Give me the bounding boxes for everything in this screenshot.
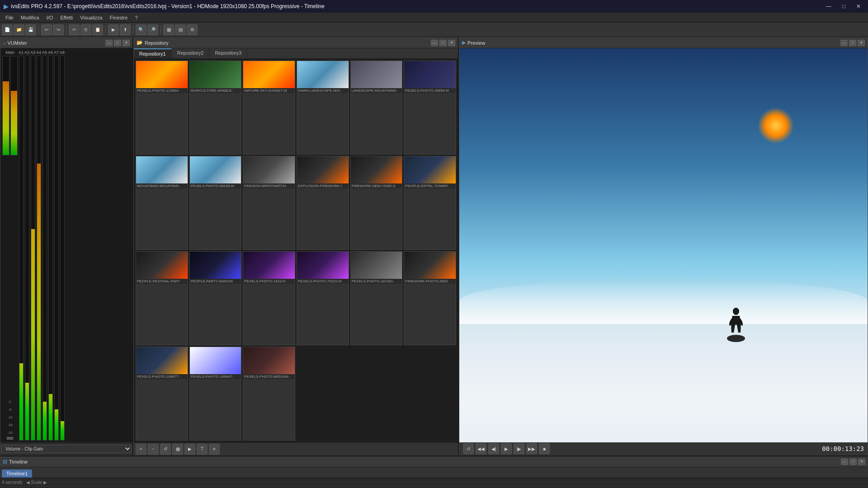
- preview-stop-button[interactable]: ■: [539, 443, 550, 454]
- repo-item[interactable]: PEXELS-PHOTO-154147-: [243, 251, 295, 345]
- preview-close[interactable]: ✕: [858, 40, 865, 46]
- repo-item[interactable]: PEXELS-PHOTO-29859-M: [404, 61, 456, 155]
- zoom-in-button[interactable]: 🔍: [136, 24, 146, 35]
- preview-prev-frame-button[interactable]: ◀|: [488, 443, 499, 454]
- vu-ch-a1: A1: [19, 50, 24, 441]
- repo-item[interactable]: PEXELS-PHOTO-119564-: [136, 61, 188, 155]
- export-button[interactable]: ⬆: [120, 24, 131, 35]
- titlebar-controls: — □ ✕: [822, 2, 864, 10]
- vu-ch-a5: A5: [42, 50, 47, 441]
- preview-back-button[interactable]: ◀◀: [476, 443, 486, 454]
- menu-effetti[interactable]: Effetti: [57, 14, 76, 21]
- close-button[interactable]: ✕: [853, 2, 864, 10]
- undo-button[interactable]: ↩: [41, 24, 52, 35]
- vu-content: Main 0-6-12 -18-24 000: [0, 48, 132, 442]
- timeline-tab-1[interactable]: Timeline1: [2, 469, 32, 478]
- repo-item[interactable]: PEXELS-PHOTO-70222-M: [297, 251, 349, 345]
- maximize-button[interactable]: □: [839, 2, 849, 10]
- new-button[interactable]: 📄: [2, 24, 13, 35]
- timeline-maximize[interactable]: □: [849, 459, 857, 465]
- grid2-button[interactable]: ▤: [175, 24, 186, 35]
- paste-button[interactable]: 📋: [92, 24, 103, 35]
- vumeter-panel-controls: — □ ✕: [105, 40, 130, 46]
- vumeter-icon: ♪: [3, 40, 6, 46]
- timeline-scale-row: 4 seconds ◀ Scale ▶: [0, 478, 868, 487]
- titlebar-title: ivsEdits PRO 4.2.597 - E:\progetti\ivsEd…: [11, 3, 325, 9]
- repo-tab-3[interactable]: Repository3: [209, 48, 247, 58]
- timeline-close[interactable]: ✕: [858, 459, 865, 465]
- vumeter-title-text: VUMeter: [8, 40, 27, 46]
- timeline-title: ▤ Timeline: [3, 459, 28, 465]
- menu-finestre[interactable]: Finestre: [106, 14, 132, 21]
- repo-item[interactable]: NATURE-SKY-SUNSET-M: [243, 61, 295, 155]
- repo-item[interactable]: FASHION-WRISTWATCH-: [243, 156, 295, 250]
- redo-button[interactable]: ↪: [53, 24, 64, 35]
- menu-io[interactable]: I/O: [43, 14, 57, 21]
- repo-tab-1[interactable]: Repository1: [134, 48, 172, 58]
- repo-minimize[interactable]: —: [431, 40, 438, 46]
- vumeter-minimize[interactable]: —: [105, 40, 113, 46]
- grid-button[interactable]: ▦: [163, 24, 174, 35]
- preview-maximize[interactable]: □: [849, 40, 856, 46]
- vu-a3-meter: [31, 56, 35, 441]
- titlebar-left: ▶ ivsEdits PRO 4.2.597 - E:\progetti\ivs…: [4, 3, 325, 10]
- vu-a7-label: A7: [54, 50, 59, 55]
- preview-play-button[interactable]: ▶: [501, 443, 512, 454]
- vu-volume-dropdown[interactable]: Volume - Clip Gain: [1, 445, 132, 453]
- vu-main-label: Main: [5, 50, 14, 55]
- minimize-button[interactable]: —: [822, 2, 835, 10]
- repo-grid-button[interactable]: ≡: [209, 444, 220, 455]
- menu-modifica[interactable]: Modifica: [17, 14, 43, 21]
- vumeter-maximize[interactable]: □: [114, 40, 121, 46]
- render-button[interactable]: ▶: [108, 24, 119, 35]
- vu-a4-meter: [37, 56, 41, 441]
- repo-item[interactable]: EXPLOSION-FIREWORK-I: [297, 156, 349, 250]
- save-button[interactable]: 💾: [25, 24, 36, 35]
- svg-point-0: [733, 308, 739, 315]
- open-button[interactable]: 📁: [14, 24, 24, 35]
- repo-tab-2[interactable]: Repository2: [172, 48, 210, 58]
- repo-item[interactable]: MOUNTAINS-MOUNTAIN-: [136, 156, 188, 250]
- preview-loop-button[interactable]: ↺: [463, 443, 474, 454]
- settings-button[interactable]: ⚙: [187, 24, 198, 35]
- preview-forward-button[interactable]: ▶▶: [526, 443, 537, 454]
- repo-remove-button[interactable]: −: [148, 444, 159, 455]
- cut-button[interactable]: ✂: [69, 24, 80, 35]
- repo-view-button[interactable]: ▦: [172, 444, 183, 455]
- timeline-section: ▤ Timeline — □ ✕ Timeline1 4 seconds ◀ S…: [0, 455, 868, 488]
- repo-text-button[interactable]: T: [197, 444, 208, 455]
- toolbar: 📄 📁 💾 ↩ ↪ ✂ ⎘ 📋 ▶ ⬆ 🔍 🔎 ▦ ▤ ⚙: [0, 23, 868, 37]
- repo-item[interactable]: PEOPLE-FESTIVAL-PART: [136, 251, 188, 345]
- menu-visualizza[interactable]: Visualizza: [76, 14, 106, 21]
- timeline-minimize[interactable]: —: [841, 459, 848, 465]
- repo-item[interactable]: PEXELS-PHOTO-60168-M: [189, 156, 242, 250]
- repo-item[interactable]: PEOPLE-EIFFEL-TOWER-: [404, 156, 456, 250]
- repo-play-button[interactable]: ▶: [184, 444, 195, 455]
- zoom-out-button[interactable]: 🔎: [147, 24, 158, 35]
- app-icon: ▶: [4, 3, 8, 10]
- repo-item[interactable]: PEXELS-PHOTO-167491-: [350, 251, 403, 345]
- vu-ch-a7: A7: [54, 50, 59, 441]
- repo-close[interactable]: ✕: [448, 40, 455, 46]
- repo-refresh-button[interactable]: ↺: [160, 444, 171, 455]
- repo-add-button[interactable]: +: [136, 444, 146, 455]
- repo-item[interactable]: FIREWORK-NEW-YEAR-S: [350, 156, 403, 250]
- repo-item[interactable]: PEXELS-PHOTO-169677-: [136, 347, 188, 441]
- menu-file[interactable]: File: [2, 14, 17, 21]
- vu-ch-a4: A4: [36, 50, 41, 441]
- repo-maximize[interactable]: □: [439, 40, 447, 46]
- preview-minimize[interactable]: —: [840, 40, 848, 46]
- repo-item[interactable]: LANDSCAPE-MOUNTAINS-: [350, 61, 403, 155]
- timeline-panel-controls: — □ ✕: [841, 459, 865, 465]
- repo-item[interactable]: FIREWORK-PHOTO-MED.: [404, 251, 456, 345]
- menu-help[interactable]: ?: [131, 14, 141, 21]
- repo-item[interactable]: AGRICULTURE-ARABLE-: [189, 61, 242, 155]
- copy-button[interactable]: ⎘: [80, 24, 91, 35]
- repo-item[interactable]: PEOPLE-PARTY-DANCIN: [189, 251, 242, 345]
- preview-timecode: 00:00:13:23: [822, 445, 864, 452]
- repo-item[interactable]: PEXELS-PHOTO-MEDIUM-: [243, 347, 295, 441]
- repo-item[interactable]: DAWN-LANDSCAPE-MOI-: [297, 61, 349, 155]
- repo-item[interactable]: PEXELS-PHOTO-169647-: [189, 347, 242, 441]
- preview-next-frame-button[interactable]: |▶: [514, 443, 524, 454]
- vumeter-close[interactable]: ✕: [123, 40, 130, 46]
